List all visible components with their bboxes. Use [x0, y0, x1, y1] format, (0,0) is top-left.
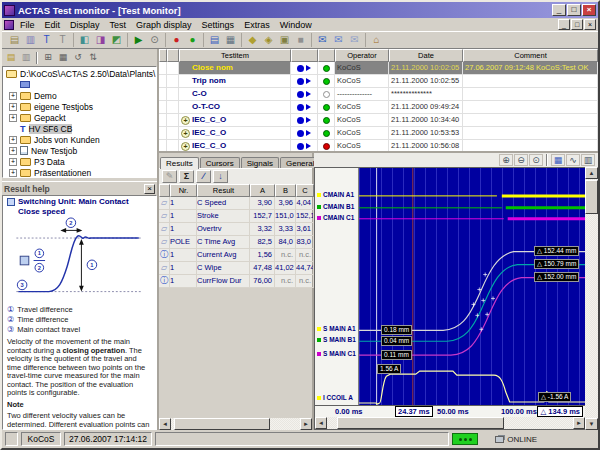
import-plant-icon[interactable]: ▥ — [23, 33, 38, 47]
testitem-row[interactable]: +IEC_C_OKoCoS21.11.2000 10:34:40 — [159, 114, 598, 127]
zoom-out-icon[interactable]: ⊖ — [514, 154, 528, 166]
run-test-button[interactable] — [291, 114, 318, 127]
text-report-blue-icon[interactable]: T — [39, 33, 54, 47]
scroll-left-icon[interactable]: ◄ — [159, 418, 171, 430]
scroll-thumb[interactable] — [174, 418, 271, 430]
legend-i-ccoil-a[interactable]: I CCOIL A — [317, 394, 353, 401]
menu-settings[interactable]: Settings — [197, 20, 240, 30]
results-header[interactable] — [159, 184, 170, 197]
testitem-row[interactable]: +Trip nomKoCoS21.11.2000 10:02:55 — [159, 75, 598, 88]
plant-tree[interactable]: D:\KoCoS\ACTAS 2.50\Data\Plants\ +Demo+e… — [2, 66, 157, 178]
scroll-down-icon[interactable]: ▼ — [585, 418, 598, 430]
result-row[interactable]: ▱1Stroke152,7151,0152,1 — [159, 210, 312, 223]
testitem-row[interactable]: +C-O--------------************** — [159, 88, 598, 101]
menu-display[interactable]: Display — [65, 20, 105, 30]
result-row[interactable]: ▱POLEC Time Avg82,584,083,0 — [159, 236, 312, 249]
sort-icon[interactable]: ⇅ — [86, 51, 100, 64]
scroll-track[interactable] — [327, 417, 573, 429]
tree-item-device2[interactable] — [3, 79, 156, 90]
scroll-track[interactable] — [585, 179, 598, 418]
expand-icon[interactable]: + — [181, 142, 190, 151]
tree-item-gepackt[interactable]: +Gepackt — [3, 112, 156, 123]
run-test-button[interactable] — [291, 75, 318, 88]
testitem-row[interactable]: +O-T-COKoCoS21.11.2000 09:49:24 — [159, 101, 598, 114]
tree-item-p3-data[interactable]: +P3 Data — [3, 156, 156, 167]
layout-icon[interactable]: ▥ — [581, 154, 595, 166]
expander-icon[interactable]: + — [9, 158, 17, 166]
mc-minimize-button[interactable]: _ — [558, 19, 570, 30]
menu-file[interactable]: File — [15, 20, 40, 30]
tree-item-new-testjob[interactable]: +New Testjob — [3, 145, 156, 156]
legend-s-main-b1[interactable]: S MAIN B1 — [317, 336, 356, 343]
scroll-right-icon[interactable]: ► — [573, 417, 585, 429]
evaluate-graph-2-icon[interactable]: ◈ — [261, 33, 276, 47]
signals-icon[interactable]: ∿ — [566, 154, 580, 166]
result-row[interactable]: ▱1C Speed3,903,964,04 — [159, 197, 312, 210]
results-header-nr[interactable]: Nr. — [170, 184, 197, 197]
tree-item-demo[interactable]: +Demo — [3, 90, 156, 101]
expander-icon[interactable]: + — [9, 136, 17, 144]
tree-item-jobs-von-kunden[interactable]: +Jobs von Kunden — [3, 134, 156, 145]
run-test-button[interactable] — [291, 88, 318, 101]
results-header-c[interactable]: C — [296, 184, 314, 197]
scroll-right-icon[interactable]: ► — [300, 418, 312, 430]
results-header-b[interactable]: B — [275, 184, 296, 197]
refresh-icon[interactable]: ↺ — [71, 51, 85, 64]
column-header-testitem[interactable]: Testitem — [179, 49, 291, 62]
run-test-button[interactable] — [291, 140, 318, 153]
menu-window[interactable]: Window — [275, 20, 317, 30]
expander-icon[interactable]: + — [9, 114, 17, 122]
legend-cmain-b1[interactable]: CMAIN B1 — [317, 203, 354, 210]
tree-item-pr-sentationen[interactable]: +Präsentationen — [3, 167, 156, 178]
tree-root[interactable]: D:\KoCoS\ACTAS 2.50\Data\Plants\ — [3, 68, 156, 79]
result-row[interactable]: ⓘ1CurrFlow Dur76,00n.c.n.c. — [159, 275, 312, 288]
run-test-button[interactable] — [291, 101, 318, 114]
result-row[interactable]: ⓘ1Current Avg1,56n.c.n.c. — [159, 249, 312, 262]
scroll-up-icon[interactable]: ▲ — [585, 167, 598, 179]
evaluate-graph-1-icon[interactable]: ◆ — [245, 33, 260, 47]
column-header[interactable] — [318, 49, 335, 62]
tree-item-eigene-testjobs[interactable]: +eigene Testjobs — [3, 101, 156, 112]
column-header-operator[interactable]: Operator — [335, 49, 389, 62]
slope-icon[interactable]: ∕ — [196, 170, 211, 183]
results-header-result[interactable]: Result — [197, 184, 250, 197]
column-header-date[interactable]: Date — [389, 49, 463, 62]
result-row[interactable]: ▱1C Wipe47,4841,0244,74 — [159, 262, 312, 275]
column-header[interactable] — [291, 49, 318, 62]
scope-vscrollbar[interactable]: ▲▼ — [585, 167, 598, 430]
scroll-thumb[interactable] — [337, 417, 504, 429]
print-icon[interactable]: ▦ — [223, 33, 238, 47]
testitem-row[interactable]: +IEC_C_OKoCoS21.11.2000 10:56:08 — [159, 140, 598, 153]
menu-edit[interactable]: Edit — [40, 20, 66, 30]
expander-icon[interactable]: + — [9, 92, 17, 100]
text-report-gray-icon[interactable]: T — [55, 33, 70, 47]
testitem-row[interactable]: +IEC_C_OKoCoS21.11.2000 10:53:53 — [159, 127, 598, 140]
stop-icon[interactable]: ● — [169, 33, 184, 47]
window-minimize-button[interactable]: _ — [552, 4, 566, 16]
legend-cmain-c1[interactable]: CMAIN C1 — [317, 214, 354, 221]
expander-icon[interactable]: + — [9, 103, 17, 111]
window-restore-button[interactable]: □ — [567, 4, 581, 16]
run-test-button[interactable] — [291, 127, 318, 140]
legend-cmain-a1[interactable]: CMAIN A1 — [317, 191, 354, 198]
testitem-row[interactable]: +Close nomKoCoS21.11.2000 10:02:0527.06.… — [159, 62, 598, 75]
window-close-button[interactable]: × — [582, 4, 596, 16]
expander-icon[interactable]: + — [9, 147, 17, 155]
scroll-track[interactable] — [171, 418, 300, 430]
results-header-a[interactable]: A — [250, 184, 275, 197]
close-icon[interactable]: × — [144, 184, 155, 194]
detail-view-icon[interactable]: ▦ — [56, 51, 70, 64]
start-test-icon[interactable]: ▶ — [131, 33, 146, 47]
send-mail-2-icon[interactable]: ✉ — [331, 33, 346, 47]
exit-icon[interactable]: ⌂ — [369, 33, 384, 47]
mc-restore-button[interactable]: □ — [571, 19, 583, 30]
evaluate-graph-4-icon[interactable]: ■ — [293, 33, 308, 47]
column-header[interactable] — [167, 49, 179, 62]
scroll-left-icon[interactable]: ◄ — [315, 417, 327, 429]
open-plant-icon[interactable]: ▤ — [7, 33, 22, 47]
new-folder-icon[interactable]: ▤ — [4, 51, 18, 64]
column-header[interactable] — [159, 49, 167, 62]
send-mail-3-icon[interactable]: ✉ — [347, 33, 362, 47]
delete-folder-icon[interactable]: ▥ — [19, 51, 33, 64]
tab-signals[interactable]: Signals — [241, 157, 279, 168]
